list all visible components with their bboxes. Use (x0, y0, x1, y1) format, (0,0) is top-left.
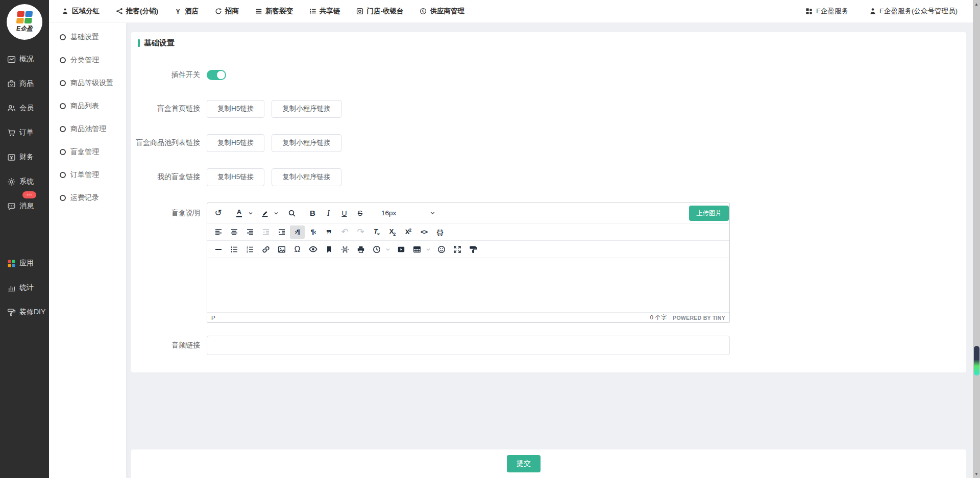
sidebar-item-system[interactable]: 系统 (0, 169, 49, 194)
insert-datetime-button[interactable] (369, 243, 384, 256)
submenu-item-goods-pool[interactable]: 商品池管理 (49, 117, 126, 140)
copy-miniprogram-link-button[interactable]: 复制小程序链接 (272, 168, 341, 186)
print-button[interactable] (353, 243, 368, 256)
indent-button[interactable] (274, 225, 289, 239)
scroll-up-arrow-icon[interactable]: ▲ (973, 1, 980, 8)
nav-item-hotel[interactable]: ¥ 酒店 (174, 7, 199, 16)
sidebar-item-apps[interactable]: 应用 (0, 251, 49, 275)
submenu-item-basic-settings[interactable]: 基础设置 (49, 26, 126, 48)
copy-h5-link-button[interactable]: 复制H5链接 (207, 168, 264, 186)
table-button[interactable] (409, 243, 424, 256)
nav-item-supplier[interactable]: 供应商管理 (420, 7, 465, 16)
sidebar-item-messages[interactable]: 消息 ... (0, 194, 49, 218)
plugin-toggle-switch[interactable] (207, 70, 226, 80)
bold-button[interactable]: B (305, 207, 320, 220)
nav-account[interactable]: E企盈服务(公众号管理员) (869, 7, 958, 16)
bullet-list-button[interactable] (227, 243, 241, 256)
numbered-list-button[interactable]: 123 (242, 243, 257, 256)
underline-button[interactable]: U (337, 207, 352, 220)
italic-button[interactable]: I (321, 207, 336, 220)
list-icon (309, 8, 316, 15)
nav-item-region-dividend[interactable]: 区域分红 (61, 7, 100, 16)
align-left-button[interactable] (211, 225, 226, 239)
nav-item-label: 酒店 (185, 7, 199, 16)
superscript-button[interactable]: X2 (401, 225, 415, 239)
submenu-item-goods-list[interactable]: 商品列表 (49, 94, 126, 117)
scrollbar-thumb[interactable] (974, 346, 979, 375)
sidebar-item-overview[interactable]: 概况 (0, 47, 49, 71)
code-sample-button[interactable]: {;} (432, 225, 447, 239)
logo-mark-icon (16, 11, 33, 23)
submenu-item-order-mgmt[interactable]: 订单管理 (49, 163, 126, 186)
redo-button[interactable]: ↷ (353, 225, 368, 239)
ltr-button[interactable]: ›¶ (290, 225, 305, 239)
strikethrough-button[interactable]: S (353, 207, 368, 220)
chevron-down-icon[interactable] (274, 211, 279, 216)
nav-item-share-chain[interactable]: 共享链 (309, 7, 340, 16)
sidebar-item-goods[interactable]: 商品 (0, 71, 49, 96)
emoticons-button[interactable] (434, 243, 449, 256)
home-link-label: 盲盒首页链接 (131, 104, 207, 113)
restore-draft-button[interactable]: ↺ (211, 207, 226, 220)
rtl-button[interactable]: ¶‹ (306, 225, 321, 239)
sidebar-item-label: 系统 (19, 177, 34, 186)
highlight-color-button[interactable] (257, 207, 272, 220)
sidebar-item-orders[interactable]: 订单 (0, 120, 49, 145)
horizontal-rule-button[interactable] (211, 243, 226, 256)
word-count[interactable]: 0 个字 (650, 314, 667, 321)
sidebar-item-stats[interactable]: 统计 (0, 275, 49, 300)
nav-item-distribution[interactable]: 推客(分销) (115, 7, 158, 16)
text-color-button[interactable]: A (232, 207, 247, 220)
upload-image-button[interactable]: 上传图片 (689, 206, 729, 221)
nav-item-label: 新客裂变 (265, 7, 293, 16)
app-logo[interactable]: E企盈 (7, 4, 42, 40)
copy-miniprogram-link-button[interactable]: 复制小程序链接 (272, 100, 341, 118)
audio-link-input[interactable] (207, 336, 730, 355)
chevron-down-icon[interactable] (248, 211, 253, 216)
page-break-button[interactable] (337, 243, 352, 256)
submenu-item-freight-record[interactable]: 运费记录 (49, 186, 126, 209)
copy-miniprogram-link-button[interactable]: 复制小程序链接 (272, 134, 341, 152)
preview-button[interactable] (306, 243, 321, 256)
copy-h5-link-button[interactable]: 复制H5链接 (207, 100, 264, 118)
font-size-select[interactable]: 16px (378, 206, 438, 220)
sidebar-item-members[interactable]: 会员 (0, 96, 49, 120)
fullscreen-button[interactable] (450, 243, 464, 256)
editor-content-area[interactable] (207, 258, 729, 312)
special-character-button[interactable]: Ω (290, 243, 305, 256)
sidebar-item-decorate[interactable]: 装修DIY (0, 300, 49, 324)
sidebar-item-label: 商品 (19, 79, 34, 88)
nav-item-investment[interactable]: 招商 (214, 7, 239, 16)
anchor-button[interactable] (322, 243, 336, 256)
chevron-down-icon[interactable] (385, 247, 390, 252)
nav-service[interactable]: E企盈服务 (805, 7, 848, 16)
submenu-item-category[interactable]: 分类管理 (49, 48, 126, 71)
scroll-down-arrow-icon[interactable]: ▼ (973, 470, 980, 477)
goods-icon (7, 79, 16, 88)
blockquote-button[interactable]: ❞ (322, 225, 336, 239)
subscript-button[interactable]: X2 (385, 225, 400, 239)
tiny-branding-link[interactable]: POWERED BY TINY (673, 315, 725, 321)
link-button[interactable] (258, 243, 273, 256)
align-right-button[interactable] (242, 225, 257, 239)
clear-formatting-button[interactable]: T× (369, 225, 384, 239)
undo-button[interactable]: ↶ (337, 225, 352, 239)
sidebar-item-finance[interactable]: 财务 (0, 145, 49, 169)
search-replace-button[interactable] (284, 207, 299, 220)
submenu-item-blindbox-mgmt[interactable]: 盲盒管理 (49, 140, 126, 163)
outdent-button[interactable] (258, 225, 273, 239)
nav-item-new-customer[interactable]: 新客裂变 (255, 7, 293, 16)
media-button[interactable] (394, 243, 408, 256)
image-button[interactable] (274, 243, 289, 256)
submenu-item-label: 分类管理 (70, 56, 99, 65)
chevron-down-icon[interactable] (426, 247, 431, 252)
submenu-item-goods-level[interactable]: 商品等级设置 (49, 71, 126, 94)
copy-h5-link-button[interactable]: 复制H5链接 (207, 134, 264, 152)
align-center-button[interactable] (227, 225, 241, 239)
format-painter-button[interactable] (465, 243, 480, 256)
submit-button[interactable]: 提交 (507, 455, 541, 472)
element-path[interactable]: P (211, 315, 215, 321)
page-scrollbar[interactable]: ▲ ▼ (973, 0, 980, 478)
nav-item-store-pos[interactable]: 门店-收银台 (356, 7, 404, 16)
code-button[interactable]: <> (416, 225, 431, 239)
